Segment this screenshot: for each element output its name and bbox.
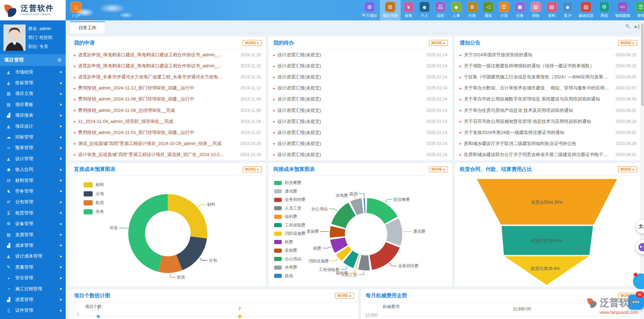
- list-item[interactable]: ▸进度款申报_珠海鹤港口建设_珠海鹤港口建设工程合作协议书_admin_...2…: [69, 49, 266, 60]
- legend-item[interactable]: 业务招待费: [274, 197, 306, 203]
- nav-item-system[interactable]: ⚙系统: [596, 0, 612, 20]
- list-item[interactable]: ▸关于发放2024年第24批一级建造师注册证书的通知2024.06.01: [455, 127, 641, 138]
- list-item[interactable]: ▸关于举办住房与房地产信息化 技术及应用培训班的通知2024.06.01: [455, 105, 641, 116]
- more-button[interactable]: MORE: [618, 166, 637, 172]
- sidebar-item-construction-process[interactable]: ◔施工过程管理▶: [0, 283, 66, 294]
- more-button[interactable]: MORE: [243, 40, 262, 46]
- legend-item[interactable]: 办公用品: [274, 256, 306, 262]
- nav-item-notice[interactable]: ◁通知: [480, 0, 496, 20]
- nav-item-report[interactable]: ▤报告: [528, 0, 544, 20]
- list-item[interactable]: ▸费用报销_admin_2024-11-12_部门经理审批_胡建,_运行中202…: [69, 83, 266, 94]
- sidebar-item-design[interactable]: ◭设计管理▶: [0, 153, 66, 164]
- sidebar-item-project-board[interactable]: ▤项目看板▶: [0, 99, 66, 110]
- sidebar-item-safety[interactable]: ◒安全管理▶: [0, 272, 66, 283]
- nav-item-modeling[interactable]: </>智能建模: [612, 0, 633, 20]
- list-item[interactable]: ▸设计进度汇报(未提交)2025.02.14: [269, 105, 452, 116]
- sidebar-item-income-contract[interactable]: ◉收入合同▶: [0, 164, 66, 175]
- list-item[interactable]: ▸设计审查_彭祖新城"四馆"景观工程设计项目_请选择_胡广生_2024-10-2…: [69, 149, 266, 160]
- list-item[interactable]: ▸关于举办大数据、云计算技术在城市建设、 规划、管理与服务中的应用培训班...2…: [455, 83, 641, 94]
- scrollbar-thumb[interactable]: [641, 23, 644, 106]
- list-item[interactable]: ▸于征集《中国建筑施工行业信息化发展报告（2024）—BIM应用与发展》材料..…: [455, 71, 641, 83]
- list-item[interactable]: ▸费用报销_admin_2024-11-06_部门经理审批_胡建,_运行中202…: [69, 94, 266, 105]
- legend-item[interactable]: 差旅费: [274, 248, 306, 253]
- more-button[interactable]: MORE: [429, 40, 448, 46]
- list-item[interactable]: ▸设计进度汇报(未提交)2025.02.14: [269, 94, 452, 105]
- sidebar-item-bidding[interactable]: ◭投标管理▶: [0, 77, 66, 88]
- nav-item-portal[interactable]: ⌂ 门户: [71, 2, 82, 19]
- legend-item[interactable]: 水电费: [274, 264, 306, 270]
- key-icon[interactable]: [625, 24, 631, 29]
- list-item[interactable]: ▸费用报销_admin_2024-11-01_部门经理审批_胡建,_运行中202…: [69, 127, 266, 138]
- sidebar-item-project-report[interactable]: ▟项目报表▶: [0, 110, 66, 121]
- legend-item[interactable]: 职员餐费: [274, 180, 306, 186]
- sidebar-item-design-cost[interactable]: ◭设计成本管理▶: [0, 251, 66, 262]
- gear-icon[interactable]: ⚙: [57, 57, 62, 63]
- legend-item[interactable]: 分包: [84, 191, 104, 197]
- nav-item-finance[interactable]: ¥财务: [401, 0, 417, 20]
- legend-item[interactable]: 税费: [274, 239, 306, 245]
- nav-item-administration[interactable]: ≣行政: [464, 0, 480, 20]
- list-item[interactable]: ▸11_2024-11-04_admin_经营部_领导审批__完成2024.11…: [69, 116, 266, 127]
- sidebar-item-quality[interactable]: ✎质量管理▶: [0, 262, 66, 272]
- legend-item[interactable]: 材料: [84, 182, 104, 188]
- nav-item-customer[interactable]: ☻客户: [560, 0, 576, 20]
- legend-item[interactable]: 工程保险费: [274, 222, 306, 228]
- list-item[interactable]: ▸设计进度汇报(未提交)2025.02.14: [269, 60, 452, 71]
- list-item[interactable]: ▸费用报销_admin_2024-11-06_总经理审批__完成2024.11.…: [69, 105, 266, 116]
- sidebar-item-subcontract[interactable]: x²分包管理▶: [0, 197, 66, 207]
- legend-item[interactable]: 其他: [274, 273, 306, 279]
- more-button[interactable]: MORE: [243, 166, 262, 172]
- expand-panel-icon[interactable]: ▶: [635, 24, 639, 29]
- more-button[interactable]: MORE: [618, 40, 637, 46]
- nav-item-task[interactable]: ▣任务: [512, 0, 528, 20]
- list-item[interactable]: ▸设计进度汇报(未提交)2025.02.14: [269, 127, 452, 138]
- sidebar-item-market-operation[interactable]: ◭市场经营▶: [0, 67, 66, 77]
- more-button[interactable]: MORE: [335, 293, 354, 299]
- tab-daily-work[interactable]: 日常工作: [70, 21, 105, 33]
- sidebar-item-cost[interactable]: ▟成本管理▶: [0, 240, 66, 251]
- nav-item-plan[interactable]: ☰计划: [496, 0, 512, 20]
- nav-item-material-doc[interactable]: ▤资料: [544, 0, 560, 20]
- nav-item-base-info[interactable]: ▤基础信息: [576, 0, 596, 20]
- sidebar-item-equipment[interactable]: ⚙设备管理▶: [0, 218, 66, 229]
- list-item[interactable]: ▸进度款申报_珠海鹤港口建设_珠海鹤港口建设工程合作协议书_admin_...2…: [69, 60, 266, 71]
- list-item[interactable]: ▸房和城乡建设厅关于取消二级建造师临时执业证书的公告2023.08.29: [455, 138, 641, 149]
- sidebar-item-progress[interactable]: ▟进度管理▶: [0, 294, 66, 305]
- list-item[interactable]: ▸测试_彭祖新城"四馆"景观工程设计项目_2024-10-29_admin_结束…: [69, 138, 266, 149]
- sidebar-item-certificate[interactable]: ▯证件管理▶: [0, 305, 66, 316]
- sidebar-item-invoice[interactable]: ▤发票管理▶: [0, 229, 66, 240]
- sidebar-item-tender[interactable]: ☁招标管理▶: [0, 132, 66, 142]
- list-item[interactable]: ▸住房和城乡建设部办公厅关于同意吉林省开展二级建造师注册证书电子化试点...20…: [455, 149, 641, 160]
- nav-item-hr[interactable]: ☻人事: [448, 0, 464, 20]
- sidebar-item-project-initiation[interactable]: ▤项目立项▶: [0, 88, 66, 99]
- nav-item-personal[interactable]: ☻个人: [417, 0, 432, 20]
- nav-item-workflow[interactable]: 品流程: [432, 0, 448, 20]
- legend-item[interactable]: 消防设施费: [274, 231, 306, 236]
- sidebar-item-labor[interactable]: ♞劳务管理▶: [0, 186, 66, 196]
- list-item[interactable]: ▸设计进度汇报(未提交)2025.02.14: [269, 149, 452, 160]
- legend-item[interactable]: 租赁: [84, 200, 104, 206]
- list-item[interactable]: ▸设计进度汇报(未提交)2025.02.14: [269, 116, 452, 127]
- legend-item[interactable]: 通讯费: [274, 188, 306, 194]
- list-item[interactable]: ▸设计进度汇报(未提交)2025.02.14: [269, 49, 452, 60]
- sidebar-item-lease[interactable]: ⌛租赁管理▶: [0, 207, 66, 218]
- list-item[interactable]: ▸设计进度汇报(未提交)2025.02.14: [269, 138, 452, 149]
- nav-item-manage[interactable]: ☰管理: [633, 0, 644, 20]
- list-item[interactable]: ▸设计进度汇报(未提交)2025.02.14: [269, 83, 452, 94]
- nav-item-client-project[interactable]: ⊞甲方项目: [359, 0, 380, 20]
- list-item[interactable]: ▸关于举办市政公用设施数字化管理信息 系统建设与应用培训班的通知2024.06.…: [455, 94, 641, 105]
- project-initiation-icon: ▤: [5, 91, 12, 96]
- legend-item[interactable]: 人员工资: [274, 205, 306, 211]
- list-item[interactable]: ▸关于召开市政公用设施智慧化管理 信息技术与应用培训班的通知2024.06.19: [455, 116, 641, 127]
- nav-item-project-management[interactable]: ⊞项目管理: [380, 0, 401, 20]
- sidebar-item-material[interactable]: ⊟材料管理▶: [0, 175, 66, 186]
- list-item[interactable]: ▸设计进度汇报(未提交)2025.02.14: [269, 71, 452, 83]
- sidebar-item-budget[interactable]: ▱预算管理▶: [0, 143, 66, 153]
- list-item[interactable]: ▸关于2024年国庆节放假安排的通知2024.06.15: [455, 49, 641, 60]
- list-item[interactable]: ▸关于领取一级注册建造师增项贴的通知（须持一建证书前来领取）2024.06.10: [455, 60, 641, 71]
- sidebar-item-project-design[interactable]: ◭项目设计▶: [0, 121, 66, 132]
- list-item[interactable]: ▸进度款申报_长春市伊通河水力发电厂改建工程_长春市伊通河水力发电...2024…: [69, 71, 266, 83]
- more-button[interactable]: MORE: [429, 166, 448, 172]
- legend-item[interactable]: 劳务: [84, 209, 104, 215]
- legend-item[interactable]: 福利费: [274, 214, 306, 220]
